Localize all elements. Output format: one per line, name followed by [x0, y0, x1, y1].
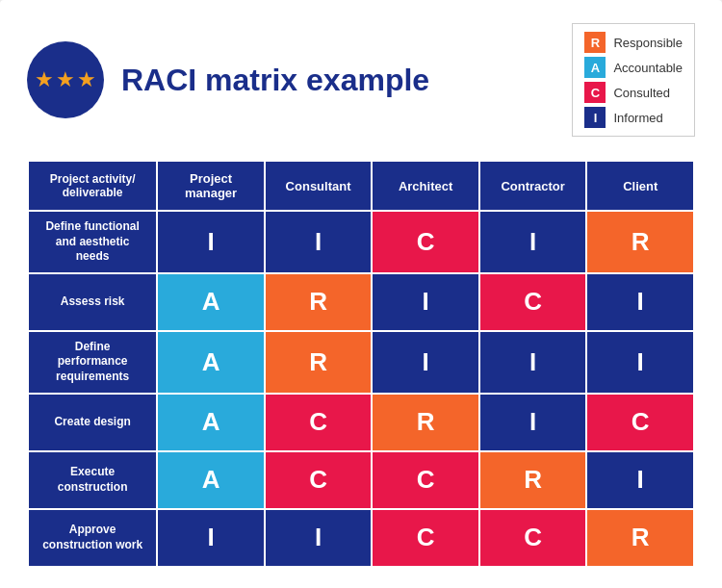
star-3: ★ — [77, 67, 96, 92]
cell-value: I — [480, 212, 586, 272]
cell-r5-c2: C — [372, 509, 479, 567]
cell-value: C — [587, 395, 693, 450]
col-header-3: Architect — [372, 161, 479, 211]
star-2: ★ — [56, 67, 75, 92]
cell-value: A — [158, 395, 264, 450]
legend: R Responsible A Accountable C Consulted … — [572, 23, 695, 137]
cell-r0-c4: R — [586, 211, 694, 273]
cell-r5-c4: R — [586, 509, 694, 567]
legend-label-r: Responsible — [613, 36, 683, 50]
cell-value: I — [480, 332, 586, 393]
legend-item-i: I Informed — [584, 107, 683, 128]
row-label-1: Assess risk — [28, 273, 157, 331]
star-1: ★ — [35, 67, 54, 92]
cell-value: R — [266, 332, 372, 393]
cell-value: A — [158, 274, 264, 330]
cell-r1-c0: A — [157, 273, 265, 331]
table-row: Create designACRIC — [28, 394, 694, 451]
cell-r2-c0: A — [157, 331, 265, 394]
cell-value: C — [373, 510, 478, 566]
cell-r4-c0: A — [157, 451, 265, 509]
cell-value: I — [158, 510, 264, 566]
row-label-5: Approve construction work — [28, 509, 157, 567]
cell-r1-c3: C — [479, 273, 587, 331]
cell-value: A — [158, 452, 264, 508]
cell-value: I — [373, 332, 478, 393]
cell-value: C — [266, 395, 372, 450]
legend-label-a: Accountable — [613, 61, 683, 75]
cell-r0-c1: I — [265, 211, 373, 273]
header-row: ★ ★ ★ RACI matrix example R Responsible … — [27, 23, 695, 137]
cell-value: R — [266, 274, 372, 330]
cell-r4-c3: R — [479, 451, 587, 509]
cell-value: R — [587, 212, 693, 272]
legend-box-i: I — [584, 107, 606, 128]
cell-r3-c2: R — [372, 394, 479, 451]
cell-r1-c2: I — [372, 273, 479, 331]
cell-r5-c0: I — [157, 509, 265, 567]
table-row: Define functional and aesthetic needsIIC… — [28, 211, 694, 273]
cell-value: I — [266, 510, 372, 566]
cell-r2-c3: I — [479, 331, 587, 394]
cell-value: R — [373, 395, 478, 450]
col-header-2: Consultant — [265, 161, 373, 211]
row-label-2: Define performance requirements — [28, 331, 157, 394]
legend-label-i: Informed — [613, 111, 662, 125]
cell-r3-c0: A — [157, 394, 265, 451]
table-row: Define performance requirementsARIII — [28, 331, 694, 394]
row-label-4: Execute construction — [28, 451, 157, 509]
cell-value: I — [266, 212, 372, 272]
cell-r2-c1: R — [265, 331, 373, 394]
legend-item-c: C Consulted — [584, 82, 683, 103]
table-row: Approve construction workIICCR — [28, 509, 694, 567]
cell-value: I — [587, 274, 693, 330]
cell-r5-c1: I — [265, 509, 373, 567]
legend-box-a: A — [584, 57, 606, 78]
cell-r1-c1: R — [265, 273, 373, 331]
card: ★ ★ ★ RACI matrix example R Responsible … — [0, 0, 722, 588]
col-header-4: Contractor — [479, 161, 587, 211]
cell-r5-c3: C — [479, 509, 587, 567]
cell-value: C — [373, 452, 478, 508]
cell-r3-c4: C — [586, 394, 694, 451]
legend-label-c: Consulted — [613, 86, 670, 100]
raci-table: Project activity/deliverableProject mana… — [27, 160, 695, 568]
cell-value: I — [373, 274, 478, 330]
table-row: Execute constructionACCRI — [28, 451, 694, 509]
cell-r3-c1: C — [265, 394, 373, 451]
header-left: ★ ★ ★ RACI matrix example — [27, 41, 429, 118]
cell-value: I — [587, 452, 693, 508]
cell-value: I — [587, 332, 693, 393]
col-header-0: Project activity/deliverable — [28, 161, 157, 211]
legend-box-c: C — [584, 82, 606, 103]
cell-r1-c4: I — [586, 273, 694, 331]
page-title: RACI matrix example — [121, 63, 429, 98]
col-header-5: Client — [586, 161, 694, 211]
row-label-3: Create design — [28, 394, 157, 451]
cell-value: C — [480, 274, 586, 330]
cell-value: I — [480, 395, 586, 450]
cell-r2-c4: I — [586, 331, 694, 394]
cell-value: C — [480, 510, 586, 566]
legend-item-r: R Responsible — [584, 32, 683, 53]
cell-value: R — [587, 510, 693, 566]
col-header-1: Project manager — [157, 161, 265, 211]
cell-r4-c4: I — [586, 451, 694, 509]
cell-value: A — [158, 332, 264, 393]
cell-r2-c2: I — [372, 331, 479, 394]
cell-value: C — [373, 212, 478, 272]
cell-r4-c2: C — [372, 451, 479, 509]
cell-value: C — [266, 452, 372, 508]
cell-r0-c0: I — [157, 211, 265, 273]
table-row: Assess riskARICI — [28, 273, 694, 331]
cell-r0-c3: I — [479, 211, 587, 273]
cell-r4-c1: C — [265, 451, 373, 509]
cell-r3-c3: I — [479, 394, 587, 451]
legend-item-a: A Accountable — [584, 57, 683, 78]
legend-box-r: R — [584, 32, 606, 53]
cell-r0-c2: C — [372, 211, 479, 273]
stars: ★ ★ ★ — [35, 67, 96, 92]
cell-value: R — [480, 452, 586, 508]
logo-circle: ★ ★ ★ — [27, 41, 104, 118]
row-label-0: Define functional and aesthetic needs — [28, 211, 157, 273]
